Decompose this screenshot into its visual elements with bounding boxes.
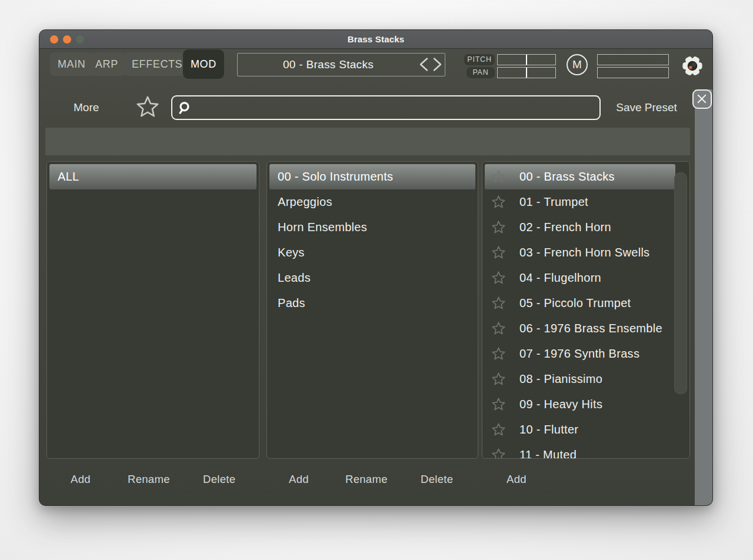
search-box xyxy=(171,95,601,120)
right-edge-strip xyxy=(695,89,712,505)
preset-item[interactable]: 08 - Pianissimo xyxy=(485,366,674,392)
preset-item[interactable]: 05 - Piccolo Trumpet xyxy=(485,291,674,316)
preset-prev-next[interactable] xyxy=(418,56,444,72)
close-browser-button[interactable] xyxy=(692,89,712,109)
bank-list-panel: ALL xyxy=(46,161,259,459)
preset-list-scrollbar[interactable] xyxy=(674,172,687,394)
tab-arp[interactable]: ARP xyxy=(88,52,126,76)
search-input[interactable] xyxy=(196,98,597,118)
titlebar: Brass Stacks xyxy=(39,30,712,49)
gear-icon xyxy=(678,52,707,80)
desktop: { "window": { "title": "Brass Stacks" },… xyxy=(0,0,753,560)
tab-mod[interactable]: MOD xyxy=(183,49,224,79)
favorite-star-icon[interactable] xyxy=(491,220,506,235)
category-rename-button[interactable]: Rename xyxy=(345,473,388,486)
preset-item[interactable]: 07 - 1976 Synth Brass xyxy=(485,341,674,366)
favorite-star-icon[interactable] xyxy=(491,245,506,260)
pitch-label: PITCH xyxy=(464,54,495,65)
preset-item[interactable]: 04 - Flugelhorn xyxy=(485,265,674,291)
bank-add-button[interactable]: Add xyxy=(71,473,91,486)
pan-label: PAN xyxy=(467,67,495,78)
favorite-star-icon[interactable] xyxy=(491,397,506,412)
mono-button[interactable]: M xyxy=(567,54,588,75)
preset-item[interactable]: 09 - Heavy Hits xyxy=(485,392,674,417)
pan-slider[interactable] xyxy=(497,67,556,78)
preset-list-panel: 00 - Brass Stacks 01 - Trumpet 02 - Fren… xyxy=(482,161,690,459)
plugin-content: MAIN ARP EFFECTS MOD 00 - Brass Stacks P… xyxy=(39,49,712,505)
preset-display[interactable]: 00 - Brass Stacks xyxy=(237,53,445,76)
pitch-slider[interactable] xyxy=(497,54,556,65)
more-button[interactable]: More xyxy=(74,101,99,114)
settings-button[interactable] xyxy=(678,52,707,80)
favorites-filter-button[interactable] xyxy=(135,95,160,119)
preset-item-selected[interactable]: 00 - Brass Stacks xyxy=(485,164,675,189)
plugin-window: Brass Stacks MAIN ARP EFFECTS MOD 00 - B… xyxy=(39,29,713,506)
favorite-star-icon[interactable] xyxy=(491,321,506,336)
favorite-star-icon[interactable] xyxy=(491,296,506,311)
star-icon xyxy=(135,95,160,119)
category-item[interactable]: Keys xyxy=(269,240,475,265)
bank-item-selected[interactable]: ALL xyxy=(49,164,256,189)
level-meter-top xyxy=(597,54,669,65)
favorite-star-icon[interactable] xyxy=(491,448,506,459)
favorite-star-icon[interactable] xyxy=(491,346,506,361)
category-item[interactable]: Horn Ensembles xyxy=(269,215,475,240)
chevron-left-right-icon xyxy=(418,56,444,72)
pan-slider-handle[interactable] xyxy=(526,68,527,78)
category-item[interactable]: Arpeggios xyxy=(269,189,475,215)
tab-main[interactable]: MAIN xyxy=(50,52,93,76)
preset-add-button[interactable]: Add xyxy=(507,473,527,486)
save-preset-button[interactable]: Save Preset xyxy=(605,101,688,114)
category-item[interactable]: Leads xyxy=(269,265,475,291)
preset-item[interactable]: 06 - 1976 Brass Ensemble xyxy=(485,316,674,341)
category-item[interactable]: Pads xyxy=(269,291,475,316)
preset-item[interactable]: 01 - Trumpet xyxy=(485,189,674,215)
window-title: Brass Stacks xyxy=(39,30,712,48)
preset-item[interactable]: 10 - Flutter xyxy=(485,417,674,442)
tab-effects[interactable]: EFFECTS xyxy=(124,52,190,76)
preset-name: 00 - Brass Stacks xyxy=(238,54,419,76)
favorite-star-icon[interactable] xyxy=(491,169,506,184)
favorite-star-icon[interactable] xyxy=(491,372,506,386)
preset-item[interactable]: 02 - French Horn xyxy=(485,215,674,240)
preset-item[interactable]: 11 - Muted xyxy=(485,442,674,459)
preset-item[interactable]: 03 - French Horn Swells xyxy=(485,240,674,265)
category-delete-button[interactable]: Delete xyxy=(421,473,453,486)
bank-delete-button[interactable]: Delete xyxy=(203,473,235,486)
favorite-star-icon[interactable] xyxy=(491,271,506,285)
favorite-star-icon[interactable] xyxy=(491,422,506,437)
close-icon xyxy=(696,93,708,105)
category-item-selected[interactable]: 00 - Solo Instruments xyxy=(269,164,475,189)
level-meter-bottom xyxy=(597,67,669,78)
search-icon xyxy=(177,101,192,116)
favorite-star-icon[interactable] xyxy=(491,195,506,209)
bank-rename-button[interactable]: Rename xyxy=(128,473,170,486)
category-add-button[interactable]: Add xyxy=(289,473,309,486)
tag-filter-strip[interactable] xyxy=(45,128,690,155)
category-list-panel: 00 - Solo Instruments Arpeggios Horn Ens… xyxy=(266,161,478,459)
pitch-slider-handle[interactable] xyxy=(526,55,527,65)
